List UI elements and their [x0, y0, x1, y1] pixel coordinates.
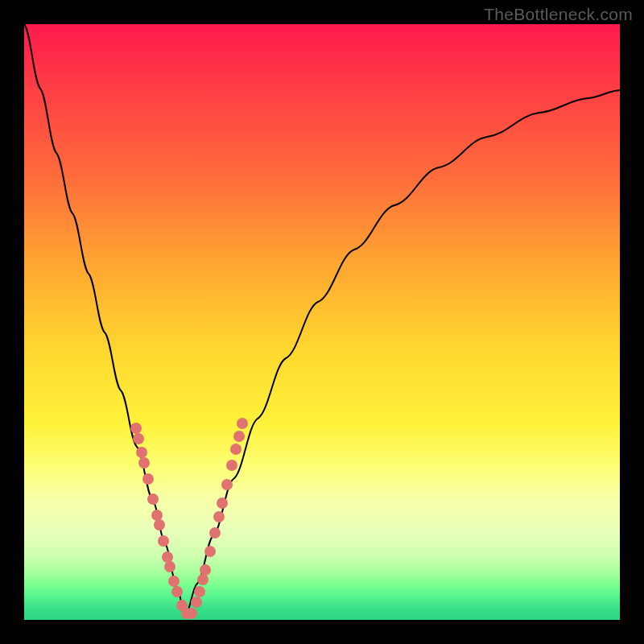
watermark-text: TheBottleneck.com — [484, 5, 633, 24]
chart-frame: TheBottleneck.com — [0, 0, 644, 644]
data-dot-left — [162, 551, 173, 563]
data-dot-right — [197, 574, 208, 585]
data-dot-left — [168, 576, 180, 587]
data-dot-right — [191, 597, 202, 608]
data-dot-right — [209, 527, 221, 539]
data-dot-left — [154, 519, 165, 530]
data-dot-left — [138, 457, 150, 469]
data-dot-right — [226, 460, 237, 471]
data-dot-left — [136, 447, 147, 458]
data-dot-right — [237, 418, 248, 429]
data-dot-left — [164, 561, 175, 572]
data-dot-right — [217, 497, 228, 509]
data-dot-right — [230, 444, 242, 455]
data-dot-right — [233, 431, 245, 442]
data-dot-right — [213, 511, 225, 522]
data-dots-group — [130, 418, 248, 619]
data-dot-right — [221, 479, 233, 490]
data-dot-left — [147, 493, 159, 505]
data-dot-left — [133, 433, 144, 444]
data-dot-left — [158, 535, 169, 547]
data-dot-right — [186, 608, 197, 619]
plot-area — [24, 24, 620, 620]
data-dot-left — [130, 423, 142, 434]
chart-svg — [24, 24, 620, 620]
data-dot-left — [171, 586, 183, 597]
data-dot-left — [151, 510, 163, 521]
right-branch-curve — [185, 90, 620, 616]
data-dot-left — [142, 473, 154, 485]
data-dot-right — [204, 546, 216, 557]
data-dot-right — [194, 586, 205, 597]
data-dot-right — [200, 564, 211, 576]
